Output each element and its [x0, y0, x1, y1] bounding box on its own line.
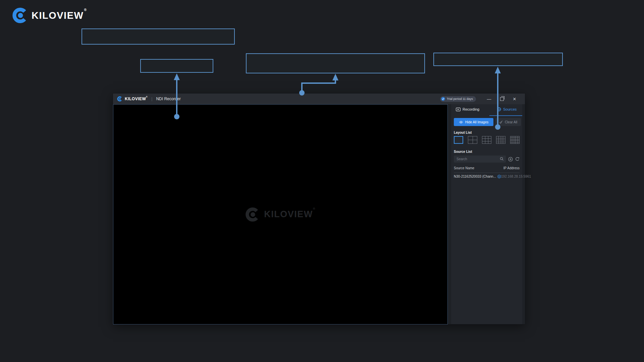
watermark-logo-icon [245, 207, 260, 222]
layout-4x4[interactable] [496, 136, 505, 144]
titlebar-brand: KILOVIEW® [117, 96, 148, 102]
kiloview-logo-icon-small [117, 96, 122, 102]
source-preview-icon[interactable] [497, 175, 501, 178]
clear-all-label: Clear All [505, 120, 517, 124]
search-icon [500, 157, 504, 161]
ndi-recorder-window: KILOVIEW® | NDI Recorder Trial period 11… [113, 94, 525, 324]
layout-2x2[interactable] [468, 136, 477, 144]
desktop-background: KILOVIEW® KILOVIEW® | NDI Recorder [0, 0, 644, 362]
trial-check-icon [441, 97, 445, 101]
source-search-row [454, 156, 520, 163]
hide-all-images-button[interactable]: Hide All Images [454, 118, 493, 126]
window-titlebar[interactable]: KILOVIEW® | NDI Recorder Trial period 11… [113, 94, 525, 104]
tab-sources[interactable]: Sources [497, 107, 517, 111]
tab-recording-label: Recording [463, 107, 479, 111]
titlebar-separator: | [151, 97, 152, 101]
trial-period-badge: Trial period 11 days [440, 96, 476, 102]
column-source-name: Source Name [454, 166, 474, 170]
source-table-header: Source Name IP Address [454, 166, 520, 173]
close-button[interactable]: ✕ [508, 94, 521, 104]
kiloview-logo-icon [12, 7, 28, 23]
callout-box-1 [82, 28, 235, 45]
titlebar-brand-text: KILOVIEW® [125, 97, 148, 101]
maximize-button[interactable] [495, 94, 508, 104]
watermark-text: KILOVIEW® [264, 209, 316, 220]
clear-broom-icon [499, 120, 503, 124]
add-source-icon[interactable] [508, 157, 513, 162]
eye-icon [459, 121, 463, 124]
maximize-icon [500, 97, 504, 101]
active-tab-underline [489, 115, 522, 116]
layout-list-label: Layout List [454, 131, 472, 134]
kiloview-logo: KILOVIEW® [12, 7, 87, 23]
table-row[interactable]: N30-21162520033 (Chann...192.168.28.15:5… [454, 172, 520, 180]
source-name: N30-21162520033 (Chann... [454, 175, 496, 178]
tab-sources-label: Sources [503, 107, 517, 111]
tab-recording[interactable]: Recording [456, 107, 479, 111]
source-ip: 192.168.28.15:5961 [501, 175, 531, 178]
source-list-label: Source List [454, 150, 472, 154]
callout-box-3 [246, 53, 425, 73]
side-panel: Recording Sources [451, 104, 522, 324]
kiloview-logo-text: KILOVIEW® [32, 10, 87, 21]
window-controls: — ✕ [483, 94, 521, 104]
search-input[interactable] [454, 156, 506, 163]
layout-3x3[interactable] [482, 136, 491, 144]
kiloview-watermark: KILOVIEW® [245, 207, 316, 222]
callout-arrow-3 [299, 74, 338, 96]
callout-box-2 [140, 59, 213, 73]
recording-icon [456, 108, 461, 111]
source-table-body: N30-21162520033 (Chann...192.168.28.15:5… [454, 172, 520, 180]
layout-1x1[interactable] [454, 136, 463, 144]
trial-badge-text: Trial period 11 days [447, 97, 473, 101]
registered-mark: ® [84, 8, 87, 12]
minimize-button[interactable]: — [483, 94, 495, 104]
search-box [454, 156, 506, 163]
layout-list-icons [454, 136, 520, 144]
refresh-icon[interactable] [515, 157, 520, 161]
sources-globe-icon [497, 107, 501, 111]
callout-box-4 [433, 53, 563, 66]
column-ip-address: IP Address [503, 166, 520, 170]
clear-all-button[interactable]: Clear All [495, 118, 521, 126]
hide-all-images-label: Hide All Images [465, 120, 488, 124]
video-preview-area[interactable]: KILOVIEW® [113, 104, 448, 324]
window-title: NDI Recorder [156, 97, 180, 101]
layout-5x5[interactable] [510, 136, 520, 144]
panel-tabs: Recording Sources [451, 106, 522, 115]
